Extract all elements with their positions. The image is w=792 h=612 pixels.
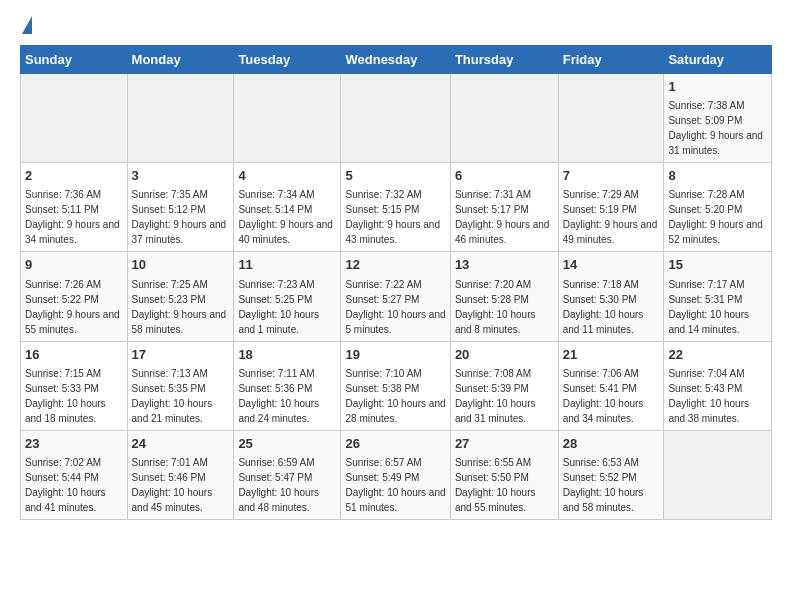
day-info: Sunrise: 7:32 AM Sunset: 5:15 PM Dayligh… [345,189,440,245]
day-number: 28 [563,435,660,453]
calendar-cell: 10Sunrise: 7:25 AM Sunset: 5:23 PM Dayli… [127,252,234,341]
weekday-header-sunday: Sunday [21,46,128,74]
day-info: Sunrise: 7:17 AM Sunset: 5:31 PM Dayligh… [668,279,749,335]
day-info: Sunrise: 7:35 AM Sunset: 5:12 PM Dayligh… [132,189,227,245]
day-number: 5 [345,167,445,185]
calendar-cell: 7Sunrise: 7:29 AM Sunset: 5:19 PM Daylig… [558,163,664,252]
calendar-table: SundayMondayTuesdayWednesdayThursdayFrid… [20,45,772,520]
calendar-cell: 13Sunrise: 7:20 AM Sunset: 5:28 PM Dayli… [450,252,558,341]
calendar-week-2: 2Sunrise: 7:36 AM Sunset: 5:11 PM Daylig… [21,163,772,252]
day-info: Sunrise: 7:18 AM Sunset: 5:30 PM Dayligh… [563,279,644,335]
calendar-week-5: 23Sunrise: 7:02 AM Sunset: 5:44 PM Dayli… [21,430,772,519]
calendar-cell: 27Sunrise: 6:55 AM Sunset: 5:50 PM Dayli… [450,430,558,519]
day-info: Sunrise: 7:23 AM Sunset: 5:25 PM Dayligh… [238,279,319,335]
day-number: 26 [345,435,445,453]
calendar-week-1: 1Sunrise: 7:38 AM Sunset: 5:09 PM Daylig… [21,74,772,163]
calendar-cell: 22Sunrise: 7:04 AM Sunset: 5:43 PM Dayli… [664,341,772,430]
day-number: 12 [345,256,445,274]
day-number: 2 [25,167,123,185]
calendar-cell: 12Sunrise: 7:22 AM Sunset: 5:27 PM Dayli… [341,252,450,341]
calendar-cell [127,74,234,163]
calendar-cell: 4Sunrise: 7:34 AM Sunset: 5:14 PM Daylig… [234,163,341,252]
weekday-header-saturday: Saturday [664,46,772,74]
day-number: 25 [238,435,336,453]
calendar-cell: 18Sunrise: 7:11 AM Sunset: 5:36 PM Dayli… [234,341,341,430]
day-number: 11 [238,256,336,274]
calendar-cell: 15Sunrise: 7:17 AM Sunset: 5:31 PM Dayli… [664,252,772,341]
day-number: 17 [132,346,230,364]
calendar-cell [234,74,341,163]
calendar-body: 1Sunrise: 7:38 AM Sunset: 5:09 PM Daylig… [21,74,772,520]
calendar-cell: 3Sunrise: 7:35 AM Sunset: 5:12 PM Daylig… [127,163,234,252]
day-number: 9 [25,256,123,274]
day-info: Sunrise: 7:38 AM Sunset: 5:09 PM Dayligh… [668,100,763,156]
calendar-cell: 20Sunrise: 7:08 AM Sunset: 5:39 PM Dayli… [450,341,558,430]
day-number: 16 [25,346,123,364]
calendar-cell [21,74,128,163]
day-info: Sunrise: 7:22 AM Sunset: 5:27 PM Dayligh… [345,279,445,335]
weekday-header-friday: Friday [558,46,664,74]
calendar-cell [450,74,558,163]
day-number: 27 [455,435,554,453]
weekday-header-tuesday: Tuesday [234,46,341,74]
day-info: Sunrise: 7:04 AM Sunset: 5:43 PM Dayligh… [668,368,749,424]
day-info: Sunrise: 7:06 AM Sunset: 5:41 PM Dayligh… [563,368,644,424]
calendar-cell: 9Sunrise: 7:26 AM Sunset: 5:22 PM Daylig… [21,252,128,341]
calendar-cell: 11Sunrise: 7:23 AM Sunset: 5:25 PM Dayli… [234,252,341,341]
day-info: Sunrise: 7:31 AM Sunset: 5:17 PM Dayligh… [455,189,550,245]
day-info: Sunrise: 7:20 AM Sunset: 5:28 PM Dayligh… [455,279,536,335]
weekday-header-row: SundayMondayTuesdayWednesdayThursdayFrid… [21,46,772,74]
day-number: 14 [563,256,660,274]
day-info: Sunrise: 7:36 AM Sunset: 5:11 PM Dayligh… [25,189,120,245]
day-number: 6 [455,167,554,185]
calendar-cell: 21Sunrise: 7:06 AM Sunset: 5:41 PM Dayli… [558,341,664,430]
calendar-cell [558,74,664,163]
page: SundayMondayTuesdayWednesdayThursdayFrid… [0,0,792,536]
day-number: 4 [238,167,336,185]
calendar-cell: 1Sunrise: 7:38 AM Sunset: 5:09 PM Daylig… [664,74,772,163]
day-number: 1 [668,78,767,96]
day-number: 7 [563,167,660,185]
calendar-cell: 2Sunrise: 7:36 AM Sunset: 5:11 PM Daylig… [21,163,128,252]
calendar-cell: 25Sunrise: 6:59 AM Sunset: 5:47 PM Dayli… [234,430,341,519]
day-number: 21 [563,346,660,364]
weekday-header-monday: Monday [127,46,234,74]
day-info: Sunrise: 7:28 AM Sunset: 5:20 PM Dayligh… [668,189,763,245]
day-number: 23 [25,435,123,453]
day-info: Sunrise: 7:26 AM Sunset: 5:22 PM Dayligh… [25,279,120,335]
calendar-cell: 14Sunrise: 7:18 AM Sunset: 5:30 PM Dayli… [558,252,664,341]
calendar-cell [664,430,772,519]
weekday-header-wednesday: Wednesday [341,46,450,74]
day-info: Sunrise: 7:25 AM Sunset: 5:23 PM Dayligh… [132,279,227,335]
day-number: 22 [668,346,767,364]
day-number: 3 [132,167,230,185]
day-number: 18 [238,346,336,364]
day-info: Sunrise: 7:13 AM Sunset: 5:35 PM Dayligh… [132,368,213,424]
calendar-cell: 23Sunrise: 7:02 AM Sunset: 5:44 PM Dayli… [21,430,128,519]
day-info: Sunrise: 6:57 AM Sunset: 5:49 PM Dayligh… [345,457,445,513]
day-info: Sunrise: 7:15 AM Sunset: 5:33 PM Dayligh… [25,368,106,424]
day-info: Sunrise: 7:08 AM Sunset: 5:39 PM Dayligh… [455,368,536,424]
weekday-header-thursday: Thursday [450,46,558,74]
calendar-cell: 24Sunrise: 7:01 AM Sunset: 5:46 PM Dayli… [127,430,234,519]
header [20,16,772,37]
calendar-cell [341,74,450,163]
calendar-cell: 19Sunrise: 7:10 AM Sunset: 5:38 PM Dayli… [341,341,450,430]
day-info: Sunrise: 6:53 AM Sunset: 5:52 PM Dayligh… [563,457,644,513]
day-number: 10 [132,256,230,274]
calendar-cell: 8Sunrise: 7:28 AM Sunset: 5:20 PM Daylig… [664,163,772,252]
day-info: Sunrise: 7:34 AM Sunset: 5:14 PM Dayligh… [238,189,333,245]
day-number: 24 [132,435,230,453]
day-info: Sunrise: 7:02 AM Sunset: 5:44 PM Dayligh… [25,457,106,513]
logo-triangle-icon [22,16,32,34]
calendar-week-3: 9Sunrise: 7:26 AM Sunset: 5:22 PM Daylig… [21,252,772,341]
day-number: 19 [345,346,445,364]
day-number: 8 [668,167,767,185]
calendar-header: SundayMondayTuesdayWednesdayThursdayFrid… [21,46,772,74]
day-info: Sunrise: 7:11 AM Sunset: 5:36 PM Dayligh… [238,368,319,424]
calendar-week-4: 16Sunrise: 7:15 AM Sunset: 5:33 PM Dayli… [21,341,772,430]
calendar-cell: 6Sunrise: 7:31 AM Sunset: 5:17 PM Daylig… [450,163,558,252]
calendar-cell: 5Sunrise: 7:32 AM Sunset: 5:15 PM Daylig… [341,163,450,252]
calendar-cell: 16Sunrise: 7:15 AM Sunset: 5:33 PM Dayli… [21,341,128,430]
logo [20,16,32,37]
